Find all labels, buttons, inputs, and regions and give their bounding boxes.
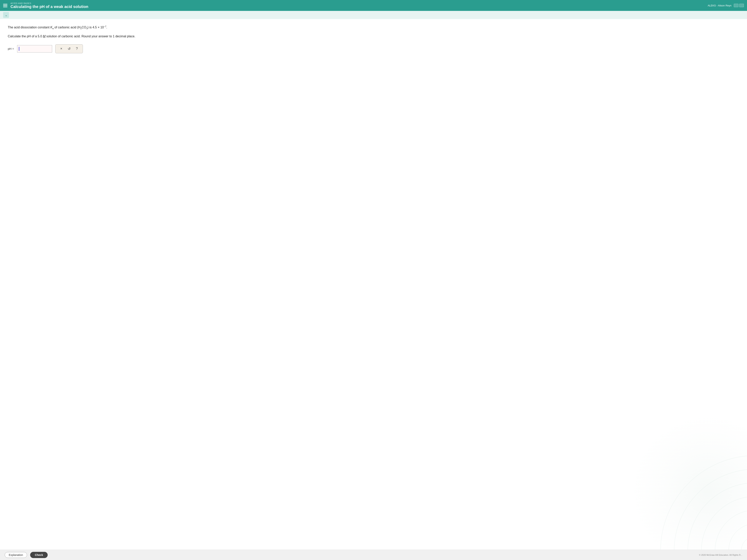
window-maximize-btn[interactable] [739, 4, 744, 7]
main-content: The acid dissociation constant Ka of car… [0, 19, 747, 550]
molarity-symbol: M [43, 35, 46, 38]
problem-line-2: Calculate the pH of a 5.0 M solution of … [8, 34, 739, 39]
toolbar-chevron-btn[interactable]: ⌄ [3, 12, 9, 18]
h2co3-sub3: 3 [86, 27, 87, 30]
header-title-group: ACIDS AND BASES Calculating the pH of a … [10, 2, 88, 9]
copyright-text: © 2020 McGraw-Hill Education. All Rights… [699, 554, 742, 556]
header-title: Calculating the pH of a weak acid soluti… [10, 4, 88, 9]
window-minimize-btn[interactable] [734, 4, 739, 7]
footer: Explanation Check © 2020 McGraw-Hill Edu… [0, 550, 747, 560]
undo-button[interactable]: ↺ [66, 46, 72, 52]
problem-text-2: Calculate the pH of a 5.0 M solution of … [8, 35, 135, 38]
ph-label: pH = [8, 47, 14, 50]
toolbar: ⌄ [0, 11, 747, 19]
ka-subscript: a [52, 27, 53, 30]
ph-input-box[interactable] [17, 45, 52, 53]
clear-button[interactable]: × [58, 46, 65, 52]
menu-icon[interactable] [3, 4, 7, 7]
h2co3-sub2: 2 [80, 27, 81, 30]
problem-line-1: The acid dissociation constant Ka of car… [8, 25, 739, 30]
action-button-group: × ↺ ? [55, 44, 83, 53]
explanation-button[interactable]: Explanation [5, 552, 27, 558]
header-user: ALEKS - Alison Reyn [708, 4, 731, 7]
input-cursor [19, 47, 19, 51]
header-subtitle: ACIDS AND BASES [10, 2, 88, 4]
problem-text: The acid dissociation constant Ka of car… [8, 25, 739, 53]
header: ACIDS AND BASES Calculating the pH of a … [0, 0, 747, 11]
check-button[interactable]: Check [30, 552, 48, 558]
exponent: −7 [104, 25, 106, 28]
header-controls [734, 4, 744, 7]
chevron-down-icon: ⌄ [5, 13, 7, 17]
header-right: ALEKS - Alison Reyn [708, 4, 744, 7]
problem-text-1a: The acid dissociation constant Ka of car… [8, 26, 107, 29]
help-button[interactable]: ? [74, 46, 80, 52]
ka-symbol: K [50, 26, 53, 29]
answer-area: pH = × ↺ ? [8, 44, 739, 53]
